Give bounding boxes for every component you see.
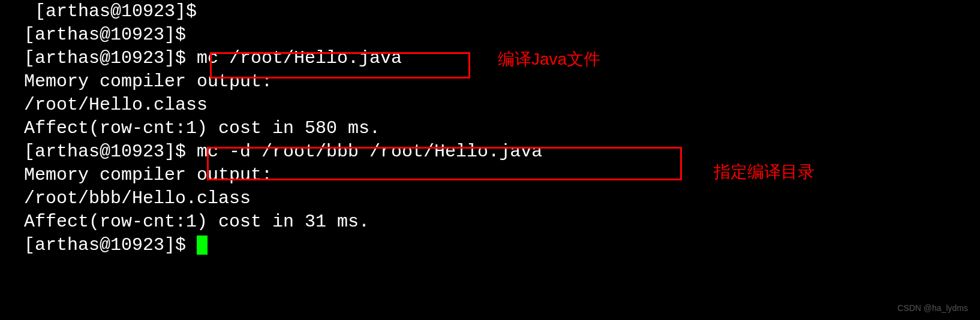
annotation-compile-java: 编译Java文件: [498, 48, 600, 71]
terminal-command-1[interactable]: [arthas@10923]$ mc /root/Hello.java: [24, 47, 956, 70]
terminal-output-2-2: /root/bbb/Hello.class: [24, 187, 956, 210]
terminal-output-1-1: Memory compiler output:: [24, 70, 956, 93]
highlight-box-2: [207, 147, 682, 180]
watermark: CSDN @ha_lydms: [897, 303, 968, 313]
terminal-content: [arthas@10923]$ [arthas@10923]$ [arthas@…: [24, 0, 956, 257]
prompt-text: [arthas@10923]$: [24, 235, 197, 255]
terminal-prompt-final[interactable]: [arthas@10923]$: [24, 234, 956, 257]
terminal-prompt-empty[interactable]: [arthas@10923]$: [24, 23, 956, 47]
cursor-icon: [197, 236, 208, 255]
annotation-specify-dir: 指定编译目录: [714, 161, 814, 183]
highlight-box-1: [210, 52, 470, 79]
terminal-line-cutoff: [arthas@10923]$: [24, 0, 956, 23]
terminal-output-1-2: /root/Hello.class: [24, 93, 956, 117]
terminal-output-2-3: Affect(row-cnt:1) cost in 31 ms.: [24, 210, 956, 234]
terminal-output-1-3: Affect(row-cnt:1) cost in 580 ms.: [24, 117, 956, 140]
